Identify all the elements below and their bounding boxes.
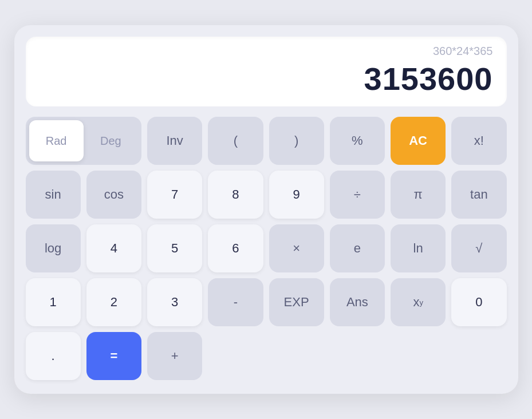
sin-button[interactable]: sin xyxy=(26,171,81,219)
ac-button[interactable]: AC xyxy=(391,117,446,165)
rad-button[interactable]: Rad xyxy=(29,120,84,161)
six-button[interactable]: 6 xyxy=(208,224,263,272)
display-area: 360*24*365 3153600 xyxy=(26,37,507,106)
pi-button[interactable]: π xyxy=(391,171,446,219)
button-grid: Rad Deg Inv ( ) % AC x! sin cos 7 8 9 ÷ … xyxy=(26,117,507,380)
zero-button[interactable]: 0 xyxy=(451,278,506,326)
sqrt-button[interactable]: √ xyxy=(451,224,506,272)
minus-button[interactable]: - xyxy=(208,278,263,326)
rad-deg-toggle[interactable]: Rad Deg xyxy=(26,117,142,165)
divide-button[interactable]: ÷ xyxy=(330,171,385,219)
dot-button[interactable]: . xyxy=(26,332,81,380)
close-paren-button[interactable]: ) xyxy=(269,117,324,165)
ln-button[interactable]: ln xyxy=(391,224,446,272)
five-button[interactable]: 5 xyxy=(147,224,202,272)
one-button[interactable]: 1 xyxy=(26,278,81,326)
log-button[interactable]: log xyxy=(26,224,81,272)
cos-button[interactable]: cos xyxy=(86,171,141,219)
seven-button[interactable]: 7 xyxy=(147,171,202,219)
two-button[interactable]: 2 xyxy=(86,278,141,326)
three-button[interactable]: 3 xyxy=(147,278,202,326)
percent-button[interactable]: % xyxy=(330,117,385,165)
e-button[interactable]: e xyxy=(330,224,385,272)
display-expression: 360*24*365 xyxy=(433,45,493,58)
tan-button[interactable]: tan xyxy=(451,171,506,219)
ans-button[interactable]: Ans xyxy=(330,278,385,326)
multiply-button[interactable]: × xyxy=(269,224,324,272)
display-result: 3153600 xyxy=(364,60,492,97)
equals-button[interactable]: = xyxy=(86,332,141,380)
nine-button[interactable]: 9 xyxy=(269,171,324,219)
inv-button[interactable]: Inv xyxy=(147,117,202,165)
calculator: 360*24*365 3153600 Rad Deg Inv ( ) % AC … xyxy=(14,25,518,394)
deg-button[interactable]: Deg xyxy=(84,120,138,161)
open-paren-button[interactable]: ( xyxy=(208,117,263,165)
exp-button[interactable]: EXP xyxy=(269,278,324,326)
eight-button[interactable]: 8 xyxy=(208,171,263,219)
plus-button[interactable]: + xyxy=(147,332,202,380)
four-button[interactable]: 4 xyxy=(86,224,141,272)
power-button[interactable]: xy xyxy=(391,278,446,326)
factorial-button[interactable]: x! xyxy=(451,117,506,165)
